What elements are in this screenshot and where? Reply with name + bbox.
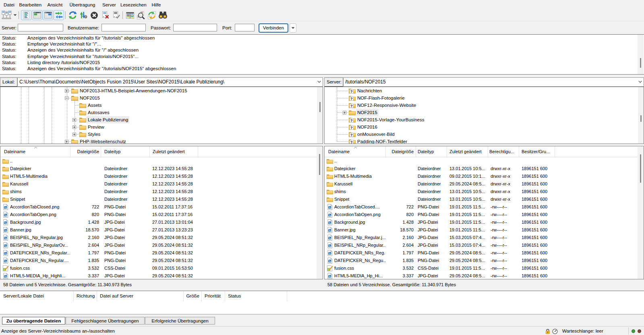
menu-hilfe[interactable]: Hilfe	[148, 0, 165, 10]
queue-column-separator[interactable]	[287, 291, 287, 302]
site-manager-dropdown-button[interactable]	[12, 10, 18, 20]
column-header-perms[interactable]: Berechtigu...	[489, 146, 518, 157]
cancel-button[interactable]	[89, 10, 99, 20]
toggle-local-tree-button[interactable]	[32, 10, 42, 20]
scrollbar-thumb[interactable]	[640, 154, 641, 183]
queue-column-separator[interactable]	[97, 291, 97, 302]
file-row[interactable]: BEISPIEL_Np_Regular.j...2.160JPG-Datei15…	[325, 234, 637, 241]
username-input[interactable]	[101, 24, 146, 31]
queue-column-2[interactable]: Datei auf Server	[100, 291, 182, 301]
column-header-owner[interactable]: Besitzer/Gru...	[522, 146, 554, 157]
quickconnect-button[interactable]: Verbinden	[259, 23, 288, 33]
local-path-dropdown-icon[interactable]	[317, 81, 321, 83]
file-row[interactable]: Banner.jpg18.570JPG-Datei27.01.2013 13:2…	[0, 226, 316, 234]
tree-item[interactable]: onMouseover-Bild	[325, 131, 644, 138]
file-row[interactable]: HTML5-MultimediaDateiordner09.02.2015 10…	[325, 173, 637, 180]
synchronized-browsing-button[interactable]	[147, 10, 157, 20]
file-row[interactable]: SnippetDateiordner13.01.2015 10:5...drwx…	[325, 196, 637, 203]
lock-icon[interactable]	[545, 329, 551, 334]
file-row[interactable]: HTML5-MEDIA_Hp_Highli...3.337JPG-Datei29…	[0, 272, 316, 279]
site-manager-button[interactable]	[1, 10, 12, 20]
file-row[interactable]: AccordionTabClosed.png722PNG-Datei15.02.…	[0, 203, 316, 211]
tree-item[interactable]: Assets	[0, 102, 323, 109]
column-header-type[interactable]: Dateityp	[418, 146, 446, 157]
toggle-transfer-queue-button[interactable]	[54, 10, 64, 20]
column-separator[interactable]	[447, 146, 447, 157]
column-separator[interactable]	[555, 146, 555, 157]
file-row[interactable]: BEISPIEL_Np_Regular.jpg2.160JPG-Datei29.…	[0, 234, 316, 241]
file-row[interactable]: HTML5-MEDIA_Hp_Hi...3.337JPG-Datei29.05.…	[325, 272, 637, 279]
tree-collapse-icon[interactable]	[65, 96, 68, 100]
file-row[interactable]: DATEPICKER_NRs_Regular...1.797PNG-Datei2…	[0, 249, 316, 257]
queue-column-separator[interactable]	[201, 291, 202, 302]
refresh-button[interactable]	[67, 10, 78, 20]
tree-item[interactable]: Nachrichten	[325, 87, 644, 94]
menu-bearbeiten[interactable]: Bearbeiten	[16, 0, 46, 10]
file-row[interactable]: Background.jpg1.428JPG-Datei27.01.2013 1…	[0, 218, 316, 226]
tree-item[interactable]: NOF2015-Vorlage-YourBusiness	[325, 116, 644, 123]
queue-tab-0[interactable]: Zu übertragende Dateien	[2, 317, 65, 325]
file-row[interactable]: AccordionTabOpen.png820PNG-Datei19.01.20…	[325, 211, 637, 218]
scrollbar-thumb[interactable]	[319, 102, 321, 112]
tree-item[interactable]: NOF2016	[325, 123, 644, 131]
disconnect-button[interactable]	[100, 10, 110, 20]
column-separator[interactable]	[198, 146, 198, 157]
file-row[interactable]: KarussellDateiordner29.05.2024 08:5...dr…	[325, 180, 637, 188]
tree-item[interactable]: Autosaves	[0, 109, 323, 116]
log-scrollbar[interactable]	[638, 35, 644, 74]
column-separator[interactable]	[149, 146, 150, 157]
column-header-size[interactable]: Dateigröße	[70, 146, 99, 157]
tree-item[interactable]: Styles	[0, 131, 323, 138]
column-separator[interactable]	[519, 146, 519, 157]
tree-item[interactable]: NOF2015	[325, 109, 644, 116]
queue-column-1[interactable]: Richtung	[77, 291, 96, 301]
queue-column-4[interactable]: Priorität	[205, 291, 224, 301]
file-row[interactable]: KarussellDateiordner12.12.2023 14:55:28	[0, 180, 316, 188]
file-row[interactable]: ..	[0, 157, 316, 165]
file-row[interactable]: fusion.css3.532CSS-Datei19.01.2015 11:5.…	[325, 264, 637, 272]
column-separator[interactable]	[101, 146, 101, 157]
column-separator[interactable]	[488, 146, 488, 157]
remote-path-combo[interactable]: /tutorials/NOF2015	[343, 77, 644, 87]
file-row[interactable]: shimsDateiordner12.12.2023 14:55:28	[0, 188, 316, 196]
tree-expand-icon[interactable]	[72, 118, 76, 122]
file-row[interactable]: SnippetDateiordner12.12.2023 14:55:28	[0, 196, 316, 203]
column-header-modified[interactable]: Zuletzt geändert	[449, 146, 487, 157]
column-header-type[interactable]: Dateityp	[104, 146, 149, 157]
directory-comparison-button[interactable]	[136, 10, 146, 20]
column-separator[interactable]	[416, 146, 416, 157]
password-input[interactable]	[173, 24, 217, 31]
file-row[interactable]: DatepickerDateiordner13.01.2015 10:5...d…	[325, 165, 637, 173]
file-row[interactable]: ..	[325, 157, 637, 165]
queue-column-separator[interactable]	[225, 291, 225, 302]
tree-item[interactable]: PHP-Webseitenschutz	[0, 138, 323, 144]
queue-column-5[interactable]: Status	[228, 291, 286, 301]
port-input[interactable]	[235, 24, 255, 31]
tree-item[interactable]: NOF-Flash-Fotogalerie	[325, 94, 644, 102]
remote-path-dropdown-icon[interactable]	[638, 81, 642, 83]
remote-list-scrollbar[interactable]	[638, 147, 644, 279]
scrollbar-thumb[interactable]	[319, 154, 320, 175]
server-input[interactable]	[18, 24, 63, 31]
remote-tree-scrollbar[interactable]	[638, 87, 644, 144]
tree-item[interactable]: Padding-NOF-Textfelder	[325, 138, 644, 144]
directory-listing-filters-button[interactable]	[125, 10, 135, 20]
tree-item[interactable]: NOF12-Responsive-Website	[325, 102, 644, 109]
queue-column-0[interactable]: Server/Lokale Datei	[3, 291, 72, 301]
menu-ansicht[interactable]: Ansicht	[44, 0, 66, 10]
tree-expand-icon[interactable]	[65, 89, 68, 93]
file-row[interactable]: DATEPICKER_Ns_Regular....1.835PNG-Datei2…	[0, 257, 316, 264]
toggle-remote-tree-button[interactable]	[43, 10, 53, 20]
find-files-button[interactable]	[157, 10, 168, 20]
file-row[interactable]: AccordionTabClosed....722PNG-Datei19.01.…	[325, 203, 637, 211]
tree-item[interactable]: NOF2013-HTML5-Beispiel-Anwendungen-NOF20…	[0, 87, 323, 94]
tree-expand-icon[interactable]	[72, 133, 76, 136]
tree-expand-icon[interactable]	[343, 111, 346, 114]
local-path-combo[interactable]: C:\Users\Thoma\Documents\NetObjects Fusi…	[17, 77, 323, 87]
file-row[interactable]: BEISPIEL_NRp_RegularOv...2.604JPG-Datei2…	[0, 241, 316, 249]
menu-bertragung[interactable]: Übertragung	[66, 0, 99, 10]
tree-item[interactable]: Lokale Publizierung	[0, 116, 323, 123]
file-row[interactable]: shimsDateiordner13.01.2015 10:5...drwxr-…	[325, 188, 637, 196]
tree-expand-icon[interactable]	[72, 125, 76, 129]
local-list-scrollbar[interactable]	[317, 147, 323, 279]
